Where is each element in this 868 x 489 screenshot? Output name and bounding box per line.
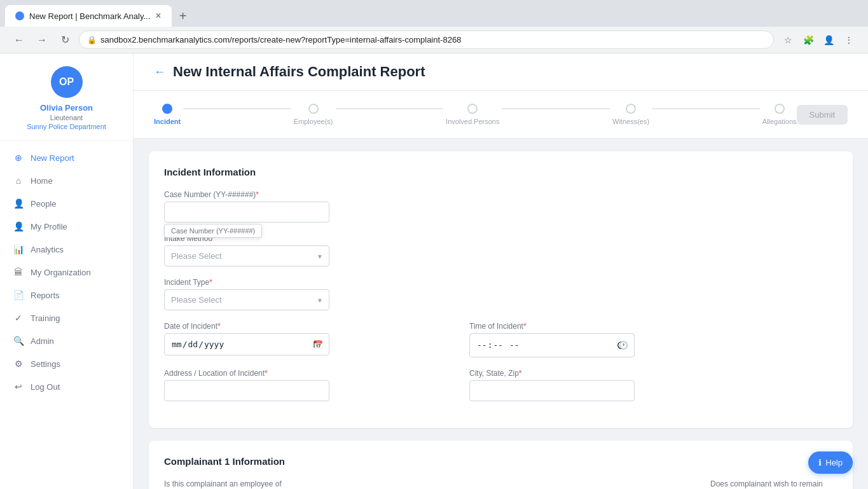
case-number-input[interactable] — [164, 202, 329, 223]
step-involved-persons-dot — [467, 104, 478, 114]
address-bar: ← → ↻ 🔒 sandbox2.benchmarkanalytics.com/… — [0, 27, 868, 53]
case-number-tooltip: Case Number (YY-######) — [164, 224, 262, 238]
tab-favicon — [15, 11, 24, 20]
sidebar-item-new-report-label: New Report — [31, 153, 74, 163]
time-of-incident-label: Time of Incident* — [469, 322, 635, 331]
address-label: Address / Location of Incident* — [164, 369, 329, 378]
anonymous-toggle-label: Does complainant wish to remain anonymou… — [710, 479, 837, 489]
step-connector-1 — [183, 108, 291, 109]
app: OP Olivia Person Lieutenant Sunny Police… — [0, 53, 868, 489]
user-department: Sunny Police Department — [27, 123, 106, 130]
people-icon: 👤 — [13, 198, 24, 209]
sidebar-item-my-organization[interactable]: 🏛 My Organization — [0, 261, 133, 284]
city-state-zip-input[interactable] — [469, 380, 635, 401]
tab-title: New Report | Benchmark Analy... — [29, 11, 150, 21]
sidebar-item-new-report[interactable]: ⊕ New Report — [0, 146, 133, 169]
url-text: sandbox2.benchmarkanalytics.com/reports/… — [100, 35, 766, 45]
profile-button[interactable]: 👤 — [820, 31, 837, 49]
submit-button[interactable]: Submit — [797, 105, 848, 125]
case-number-row: Case Number (YY-######)* Case Number (YY… — [164, 190, 837, 223]
ssl-icon: 🔒 — [87, 36, 97, 45]
step-witnesses[interactable]: Witness(es) — [612, 104, 649, 125]
organization-icon: 🏛 — [13, 267, 24, 277]
sidebar: OP Olivia Person Lieutenant Sunny Police… — [0, 53, 134, 489]
extension-button[interactable]: 🧩 — [799, 31, 817, 49]
sidebar-user: OP Olivia Person Lieutenant Sunny Police… — [0, 53, 133, 141]
incident-type-row: Incident Type* Please Select ▼ — [164, 278, 837, 310]
employee-toggle-group: Is this complainant an employee of the d… — [164, 479, 291, 489]
date-of-incident-label: Date of Incident* — [164, 322, 329, 331]
step-allegations-dot — [775, 104, 785, 114]
step-witnesses-dot — [626, 104, 636, 114]
employee-toggle-label: Is this complainant an employee of the d… — [164, 479, 291, 489]
sidebar-item-home[interactable]: ⌂ Home — [0, 169, 133, 192]
forward-nav-button[interactable]: → — [33, 31, 51, 49]
active-tab[interactable]: New Report | Benchmark Analy... × — [5, 5, 172, 27]
step-involved-persons[interactable]: Involved Persons — [446, 104, 499, 125]
step-employees[interactable]: Employee(s) — [294, 104, 333, 125]
date-time-row: Date of Incident* 📅 Time of Incident* 🕐 — [164, 322, 837, 357]
date-of-incident-wrapper: 📅 — [164, 333, 329, 355]
help-button[interactable]: ℹ Help — [808, 451, 853, 474]
help-icon: ℹ — [818, 458, 822, 467]
sidebar-item-analytics[interactable]: 📊 Analytics — [0, 238, 133, 261]
sidebar-item-reports[interactable]: 📄 Reports — [0, 284, 133, 306]
page-header: ← New Internal Affairs Complaint Report — [134, 53, 868, 91]
incident-section-title: Incident Information — [164, 167, 837, 177]
user-role: Lieutenant — [50, 114, 83, 121]
url-bar[interactable]: 🔒 sandbox2.benchmarkanalytics.com/report… — [79, 31, 774, 49]
browser-actions: ☆ 🧩 👤 ⋮ — [779, 31, 858, 49]
back-button[interactable]: ← — [154, 65, 165, 79]
new-report-icon: ⊕ — [13, 153, 24, 163]
help-label: Help — [825, 458, 843, 467]
menu-button[interactable]: ⋮ — [840, 31, 858, 49]
time-clock-icon: 🕐 — [619, 341, 628, 350]
intake-method-select[interactable]: Please Select — [164, 245, 329, 266]
step-allegations[interactable]: Allegations — [762, 104, 797, 125]
step-connector-2 — [336, 108, 444, 109]
main-content: ← New Internal Affairs Complaint Report … — [134, 53, 868, 489]
incident-type-select-wrapper: Please Select ▼ — [164, 289, 329, 310]
step-incident[interactable]: Incident — [154, 104, 181, 125]
sidebar-item-training[interactable]: ✓ Training — [0, 306, 133, 329]
intake-method-row: Intake Method* Please Select ▼ — [164, 234, 837, 266]
bookmark-button[interactable]: ☆ — [779, 31, 797, 49]
back-nav-button[interactable]: ← — [10, 31, 28, 49]
step-allegations-label: Allegations — [762, 118, 797, 125]
city-state-zip-group: City, State, Zip* — [469, 369, 635, 401]
user-name: Olivia Person — [40, 103, 93, 113]
reload-button[interactable]: ↻ — [56, 31, 74, 49]
time-of-incident-input[interactable] — [469, 333, 635, 357]
sidebar-item-admin-label: Admin — [31, 336, 54, 346]
case-number-label: Case Number (YY-######)* — [164, 190, 329, 199]
incident-type-select[interactable]: Please Select — [164, 289, 329, 310]
sidebar-item-admin[interactable]: 🔍 Admin — [0, 329, 133, 352]
sidebar-item-training-label: Training — [31, 313, 60, 323]
date-of-incident-group: Date of Incident* 📅 — [164, 322, 329, 355]
sidebar-item-log-out[interactable]: ↩ Log Out — [0, 375, 133, 398]
profile-icon: 👤 — [13, 221, 24, 231]
step-involved-persons-label: Involved Persons — [446, 118, 499, 125]
steps-container: Incident Employee(s) Involved Persons Wi… — [154, 104, 797, 125]
tab-close-button[interactable]: × — [155, 10, 161, 22]
browser-chrome: New Report | Benchmark Analy... × + ← → … — [0, 0, 868, 53]
tab-bar: New Report | Benchmark Analy... × + — [0, 0, 868, 27]
step-witnesses-label: Witness(es) — [612, 118, 649, 125]
sidebar-item-my-profile[interactable]: 👤 My Profile — [0, 215, 133, 238]
complainant-toggle-row: Is this complainant an employee of the d… — [164, 479, 837, 489]
case-number-group: Case Number (YY-######)* Case Number (YY… — [164, 190, 329, 223]
home-icon: ⌂ — [13, 176, 24, 186]
admin-icon: 🔍 — [13, 336, 24, 346]
sidebar-item-settings[interactable]: ⚙ Settings — [0, 352, 133, 375]
time-of-incident-group: Time of Incident* 🕐 — [469, 322, 635, 357]
training-icon: ✓ — [13, 313, 24, 323]
reports-icon: 📄 — [13, 290, 24, 300]
new-tab-button[interactable]: + — [174, 6, 192, 26]
intake-method-group: Intake Method* Please Select ▼ — [164, 234, 329, 266]
date-of-incident-input[interactable] — [164, 333, 329, 355]
address-input[interactable] — [164, 380, 329, 401]
step-connector-4 — [652, 108, 760, 109]
sidebar-item-people[interactable]: 👤 People — [0, 192, 133, 215]
analytics-icon: 📊 — [13, 244, 24, 254]
step-employees-dot — [308, 104, 319, 114]
